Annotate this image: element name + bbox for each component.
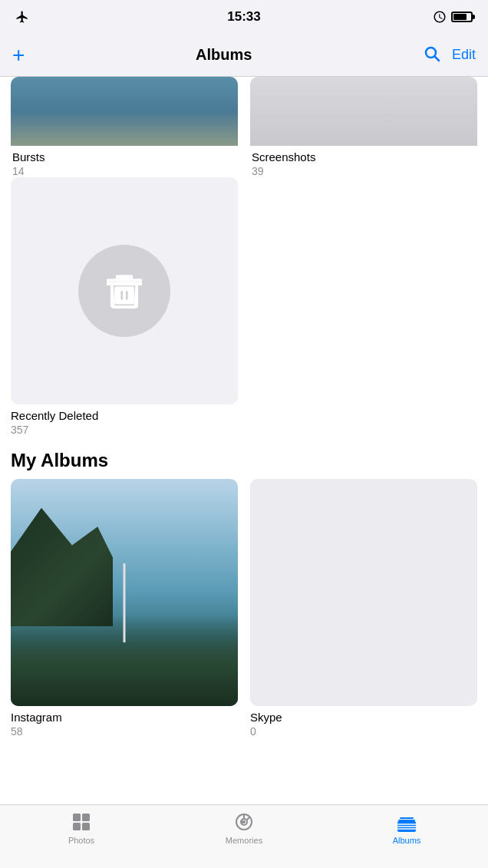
- main-content: Bursts 14 Screenshots 39: [0, 77, 488, 807]
- photos-icon: [71, 812, 91, 832]
- album-item-skype[interactable]: Skype 0: [250, 479, 477, 738]
- top-albums-row: Bursts 14 Screenshots 39: [0, 77, 488, 177]
- alarm-icon: [433, 10, 447, 24]
- svg-rect-13: [73, 823, 81, 830]
- svg-rect-10: [126, 291, 128, 300]
- albums-icon: [397, 812, 417, 832]
- album-thumb-screenshots: [250, 77, 477, 146]
- album-thumb-instagram: [11, 479, 238, 706]
- my-albums-grid: Instagram 58 Skype 0: [11, 479, 477, 738]
- album-item-screenshots[interactable]: Screenshots 39: [250, 77, 477, 177]
- battery-icon: [451, 12, 473, 22]
- album-name-instagram: Instagram: [11, 711, 238, 724]
- status-bar: 15:33: [0, 0, 488, 34]
- svg-line-1: [434, 57, 439, 61]
- status-right: [433, 10, 473, 24]
- album-count-screenshots: 39: [252, 165, 476, 177]
- trash-icon: [103, 269, 146, 312]
- album-name-screenshots: Screenshots: [252, 150, 476, 163]
- svg-rect-19: [398, 820, 415, 821]
- search-button[interactable]: [423, 45, 441, 65]
- my-albums-header: My Albums: [11, 436, 477, 479]
- add-album-button[interactable]: +: [12, 45, 25, 66]
- album-count-skype: 0: [250, 725, 477, 738]
- search-icon: [423, 45, 441, 63]
- svg-rect-18: [400, 817, 414, 819]
- page-title: Albums: [196, 46, 252, 64]
- albums-tab-icon: [396, 811, 417, 833]
- utility-albums-grid: Recently Deleted 357: [0, 177, 488, 436]
- svg-rect-12: [82, 814, 90, 821]
- svg-rect-14: [82, 823, 90, 830]
- trash-circle: [78, 245, 170, 337]
- tab-albums-label: Albums: [393, 836, 421, 845]
- tab-memories[interactable]: Memories: [163, 811, 325, 845]
- svg-rect-7: [119, 276, 130, 280]
- album-name-bursts: Bursts: [12, 150, 236, 163]
- tab-bar: Photos Memories: [0, 804, 488, 868]
- memories-tab-icon: [233, 811, 255, 833]
- tab-photos[interactable]: Photos: [0, 811, 163, 845]
- svg-rect-9: [120, 291, 123, 300]
- status-time: 15:33: [227, 9, 260, 25]
- album-name-skype: Skype: [250, 711, 477, 724]
- tab-memories-label: Memories: [226, 836, 262, 845]
- svg-rect-8: [110, 282, 138, 285]
- album-count-instagram: 58: [11, 725, 238, 738]
- album-count-bursts: 14: [12, 165, 236, 177]
- album-thumb-skype: [250, 479, 477, 706]
- nav-bar: + Albums Edit: [0, 34, 488, 77]
- tab-albums[interactable]: Albums: [325, 811, 488, 845]
- status-left: [15, 10, 29, 24]
- album-count-recently-deleted: 357: [11, 424, 238, 436]
- album-item-recently-deleted[interactable]: Recently Deleted 357: [11, 177, 238, 436]
- svg-rect-6: [114, 286, 134, 304]
- airplane-icon: [15, 10, 29, 24]
- album-thumb-bursts: [11, 77, 238, 146]
- empty-slot: [250, 177, 477, 436]
- edit-button[interactable]: Edit: [452, 47, 476, 63]
- album-item-bursts[interactable]: Bursts 14: [11, 77, 238, 177]
- svg-rect-11: [73, 814, 81, 821]
- nav-actions: Edit: [423, 45, 476, 65]
- my-albums-section: My Albums Instagram 58 Skype 0: [0, 436, 488, 738]
- album-thumb-recently-deleted: [11, 177, 238, 404]
- memories-icon: [234, 812, 254, 832]
- album-name-recently-deleted: Recently Deleted: [11, 409, 238, 422]
- tab-photos-label: Photos: [68, 836, 94, 845]
- album-item-instagram[interactable]: Instagram 58: [11, 479, 238, 738]
- photos-tab-icon: [71, 811, 92, 833]
